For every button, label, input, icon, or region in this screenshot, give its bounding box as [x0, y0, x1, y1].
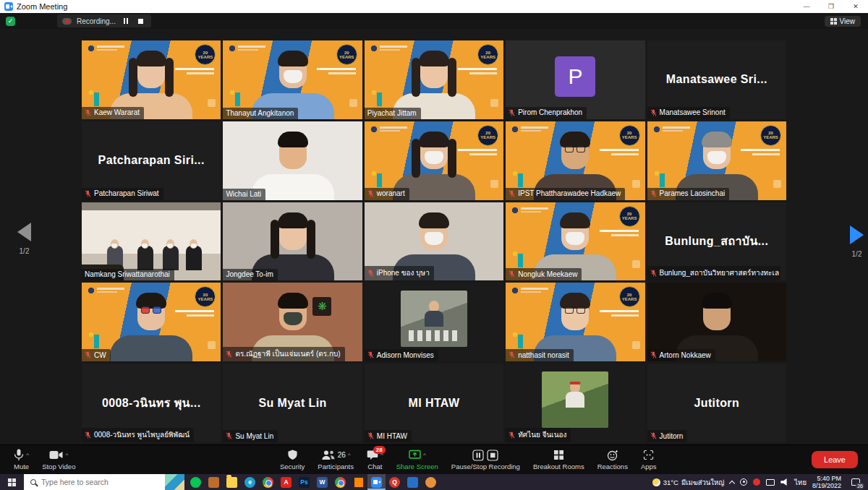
- participants-button[interactable]: 26^ Participants: [311, 445, 360, 474]
- gallery-prev-page-button[interactable]: 1/2: [17, 223, 31, 255]
- apps-button[interactable]: Apps: [634, 445, 663, 474]
- mute-button[interactable]: ^ Mute: [7, 445, 35, 474]
- face-mask-icon: [707, 151, 726, 164]
- chrome-profile-icon: [335, 477, 346, 488]
- shield-icon: [287, 449, 298, 461]
- participant-nameplate: ดร.ณัฏฐาพี เป็นแจ่มเนตร์ (ดร.กบ): [223, 347, 344, 361]
- participant-tile[interactable]: 0008-วนินทร พุน...0008-วนินทร พูนไพบูลย์…: [82, 364, 221, 442]
- face-mask-icon: [425, 232, 443, 245]
- participant-tile[interactable]: Manatsawee Sri...Manatsawee Srinont: [647, 40, 786, 119]
- file-explorer-icon[interactable]: [223, 474, 241, 490]
- participant-tile[interactable]: ทัศไนย จีนเนอง: [506, 364, 644, 442]
- pause-stop-recording-button[interactable]: Pause/Stop Recording: [445, 445, 527, 474]
- chat-button[interactable]: 28 ^ Chat: [360, 445, 390, 474]
- participant-tile[interactable]: Bunlung_สถาบัน...Bunlung_สถาบันวิทยาศาสต…: [647, 202, 786, 281]
- mute-chevron-icon[interactable]: ^: [26, 452, 29, 458]
- start-button[interactable]: [0, 474, 24, 490]
- participant-tile[interactable]: JutitornJutitorn: [647, 364, 786, 442]
- recording-label: Recording...: [77, 17, 116, 25]
- mic-muted-icon: [367, 189, 374, 198]
- weather-widget[interactable]: 31°C มีเมฆส่วนใหญ่: [652, 477, 725, 488]
- stop-video-button[interactable]: ^ Stop Video: [35, 445, 82, 474]
- photoshop-app-icon[interactable]: Ps: [295, 474, 313, 490]
- pause-recording-button[interactable]: [121, 17, 131, 25]
- participant-name: Patcharapan Siriwat: [94, 189, 159, 197]
- zoom-app-icon[interactable]: [367, 474, 386, 490]
- leave-button[interactable]: Leave: [812, 451, 858, 468]
- tray-overflow-chevron-icon[interactable]: [729, 480, 735, 486]
- view-button[interactable]: View: [825, 16, 861, 27]
- paint3d-app-icon[interactable]: [205, 474, 223, 490]
- mic-muted-icon: [226, 350, 232, 358]
- participant-tile[interactable]: Patcharapan Siri...Patcharapan Siriwat: [82, 121, 221, 200]
- chrome-profile-icon[interactable]: [331, 474, 349, 490]
- maximize-button[interactable]: ❐: [819, 0, 843, 13]
- participant-tile[interactable]: Adisorn Monvises: [365, 283, 503, 361]
- red-status-tray-icon[interactable]: [753, 478, 760, 486]
- participants-chevron-icon[interactable]: ^: [348, 452, 351, 458]
- taskbar-clock[interactable]: 5:40 PM 8/19/2022: [812, 475, 841, 490]
- recording-indicator: Recording...: [57, 14, 151, 27]
- search-input[interactable]: [41, 478, 150, 486]
- security-button[interactable]: Security: [273, 445, 311, 474]
- breakout-rooms-button[interactable]: Breakout Rooms: [527, 445, 591, 474]
- avatar-letter: P: [555, 56, 595, 97]
- participant-tile[interactable]: Artorn Nokkaew: [647, 283, 786, 361]
- screen-record-tray-icon[interactable]: [740, 478, 747, 486]
- meeting-security-shield-icon[interactable]: ✓: [6, 17, 15, 26]
- vlc-app-icon[interactable]: [349, 474, 367, 490]
- mic-muted-icon: [650, 189, 657, 198]
- participant-tile[interactable]: iPhone ของ บุษา: [365, 202, 503, 281]
- taskbar-search[interactable]: [24, 474, 184, 490]
- participant-name: Nongluk Meekaew: [518, 270, 577, 278]
- action-center-button[interactable]: 26: [847, 474, 864, 490]
- share-chevron-icon[interactable]: ^: [423, 452, 426, 458]
- minimize-button[interactable]: —: [794, 0, 819, 13]
- 3d-glasses-icon: [141, 306, 150, 314]
- participant-tile[interactable]: Namkang Sriwattanarothai: [82, 202, 221, 281]
- word-app-icon[interactable]: W: [313, 474, 331, 490]
- participant-tile[interactable]: 20YEARSThanayut Angkitanon: [223, 40, 362, 119]
- chrome-browser-icon[interactable]: [259, 474, 277, 490]
- participant-name: natthasit norasit: [518, 351, 569, 359]
- participant-tile[interactable]: Su Myat LinSu Myat Lin: [223, 364, 362, 442]
- qq-app-icon[interactable]: Q: [386, 474, 404, 490]
- language-indicator[interactable]: ไทย: [794, 477, 807, 488]
- acrobat-app-icon[interactable]: A: [277, 474, 295, 490]
- participant-name: Manatsawee Srinont: [660, 108, 726, 116]
- reactions-button[interactable]: Reactions: [591, 445, 634, 474]
- zoom-app-icon: [371, 477, 382, 488]
- participant-name: Adisorn Monvises: [377, 351, 434, 359]
- gallery-next-page-button[interactable]: 1/2: [850, 225, 864, 258]
- search-highlight-image[interactable]: [165, 474, 184, 490]
- paint-app-icon[interactable]: [422, 474, 440, 490]
- share-screen-button[interactable]: ^ Share Screen: [390, 445, 445, 474]
- photos-app-icon[interactable]: [404, 474, 422, 490]
- participant-tile[interactable]: Jongdee To-im: [223, 202, 362, 281]
- participant-tile[interactable]: 20YEARSIPST Phattharawadee Hadkaew: [506, 121, 644, 200]
- participant-tile[interactable]: PPirom Chenprakhon: [506, 40, 644, 119]
- stop-recording-button[interactable]: [136, 17, 146, 25]
- line-app-icon[interactable]: [187, 474, 205, 490]
- participant-tile[interactable]: Wichai Lati: [223, 121, 362, 200]
- breakout-rooms-icon: [553, 450, 564, 460]
- participant-tile[interactable]: ❋ดร.ณัฏฐาพี เป็นแจ่มเนตร์ (ดร.กบ): [223, 283, 362, 361]
- mic-muted-icon: [226, 431, 232, 440]
- participant-tile[interactable]: 20YEARSCW: [82, 283, 221, 361]
- participant-tile[interactable]: 20YEARSNongluk Meekaew: [506, 202, 644, 281]
- video-chevron-icon[interactable]: ^: [65, 452, 68, 458]
- close-button[interactable]: ✕: [843, 0, 868, 13]
- edge-browser-icon[interactable]: e: [241, 474, 259, 490]
- participant-tile[interactable]: MI HTAWMI HTAW: [365, 364, 503, 442]
- participant-name: Piyachat Jittam: [367, 109, 417, 117]
- participant-tile[interactable]: 20YEARSKaew Wararat: [82, 40, 221, 119]
- file-explorer-icon: [226, 477, 237, 488]
- participant-nameplate: Artorn Nokkaew: [647, 349, 715, 361]
- participant-nameplate: Jutitorn: [647, 430, 688, 442]
- display-tray-icon[interactable]: [766, 479, 775, 486]
- participant-tile[interactable]: 20YEARSPiyachat Jittam: [365, 40, 503, 119]
- participant-tile[interactable]: 20YEARSnatthasit norasit: [506, 283, 644, 361]
- volume-tray-icon[interactable]: [780, 478, 788, 486]
- participant-tile[interactable]: 20YEARSworanart: [365, 121, 503, 200]
- participant-tile[interactable]: 20YEARSParames Laosinchai: [647, 121, 786, 200]
